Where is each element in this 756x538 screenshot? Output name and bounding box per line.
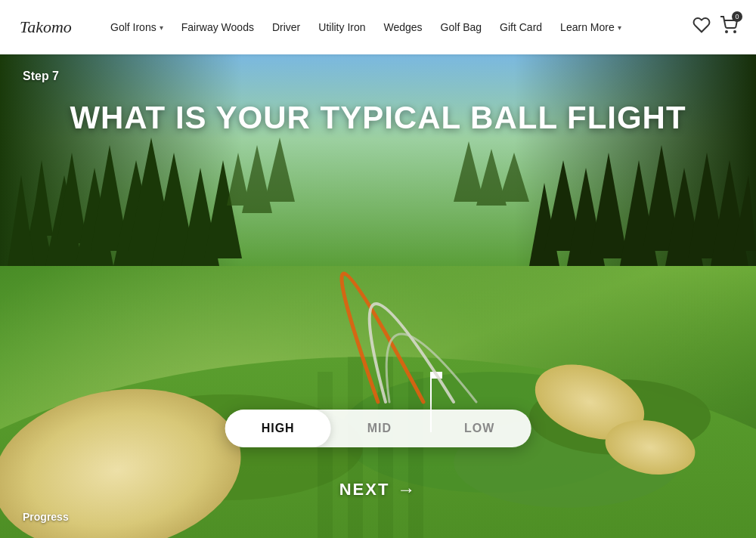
logo[interactable]: Takomo (18, 10, 86, 45)
nav-links: Golf Irons ▾ Fairway Woods Driver Utilit… (110, 21, 692, 33)
navbar: Takomo Golf Irons ▾ Fairway Woods Driver… (0, 0, 756, 54)
nav-item-learn-more[interactable]: Learn More ▾ (560, 21, 621, 33)
nav-item-gift-card[interactable]: Gift Card (500, 21, 542, 33)
nav-item-driver[interactable]: Driver (272, 21, 300, 33)
svg-point-1 (726, 31, 727, 32)
ball-flight-arcs (227, 130, 529, 417)
next-button[interactable]: NEXT → (339, 479, 417, 500)
cart-button[interactable]: 0 (720, 16, 738, 39)
nav-item-wedges[interactable]: Wedges (384, 21, 423, 33)
option-high-button[interactable]: HIGH (225, 410, 331, 447)
nav-item-utility-iron[interactable]: Utility Iron (318, 21, 365, 33)
nav-item-fairway-woods[interactable]: Fairway Woods (181, 21, 254, 33)
chevron-down-icon: ▾ (618, 23, 621, 32)
svg-point-2 (734, 31, 736, 32)
cart-badge: 0 (732, 11, 742, 22)
step-label: Step 7 (23, 70, 59, 83)
progress-label: Progress (23, 511, 69, 523)
option-low-button[interactable]: LOW (428, 410, 531, 447)
nav-item-golf-bag[interactable]: Golf Bag (441, 21, 482, 33)
options-bar: HIGH MID LOW (225, 410, 531, 447)
chevron-down-icon: ▾ (160, 23, 163, 32)
option-mid-button[interactable]: MID (331, 410, 428, 447)
svg-text:Takomo: Takomo (20, 17, 72, 36)
wishlist-button[interactable] (692, 16, 711, 39)
arrow-right-icon: → (397, 479, 417, 500)
nav-icons: 0 (692, 16, 738, 39)
nav-item-golf-irons[interactable]: Golf Irons ▾ (110, 21, 163, 33)
hero-section: Step 7 WHAT IS YOUR TYPICAL BALL FLIGHT … (0, 54, 756, 538)
